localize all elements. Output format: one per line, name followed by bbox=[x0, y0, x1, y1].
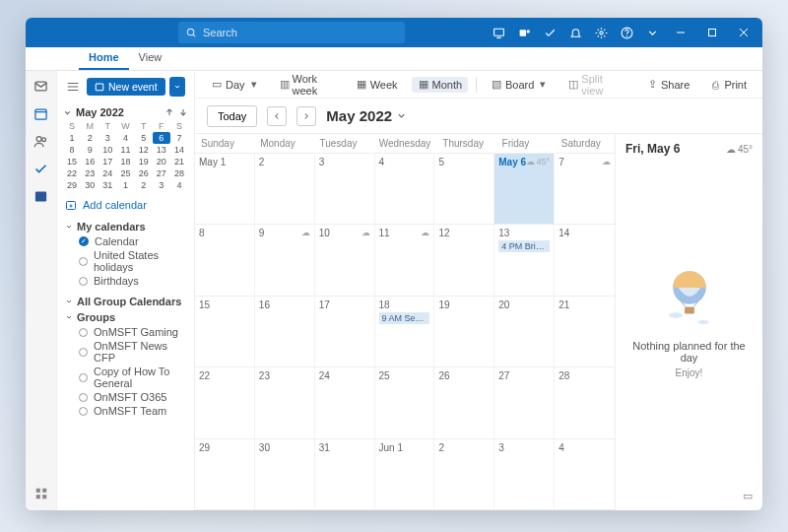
search-input[interactable] bbox=[203, 27, 397, 38]
hamburger-icon[interactable] bbox=[63, 77, 83, 97]
view-week-button[interactable]: ▦Week bbox=[350, 77, 404, 93]
calendar-item[interactable]: United States holidays bbox=[79, 248, 186, 274]
mini-prev-icon[interactable] bbox=[164, 107, 174, 117]
day-cell[interactable]: 9☁ bbox=[255, 225, 315, 295]
mail-icon[interactable] bbox=[33, 77, 50, 95]
search-box[interactable] bbox=[178, 22, 405, 43]
day-cell[interactable]: 11☁ bbox=[375, 225, 435, 295]
day-cell[interactable]: 31 bbox=[315, 439, 375, 509]
day-cell[interactable]: 3 bbox=[494, 439, 555, 509]
day-cell[interactable]: Jun 1 bbox=[375, 439, 435, 509]
day-cell[interactable]: 12 bbox=[434, 225, 494, 295]
day-cell[interactable]: 16 bbox=[255, 297, 315, 366]
tab-home[interactable]: Home bbox=[79, 47, 129, 70]
tasks-icon[interactable] bbox=[33, 160, 50, 177]
day-cell[interactable]: 2 bbox=[434, 439, 494, 509]
day-cell[interactable]: 20 bbox=[494, 297, 555, 366]
group-item[interactable]: OnMSFT News CFP bbox=[79, 339, 186, 365]
bell-icon[interactable] bbox=[563, 21, 587, 44]
group-item[interactable]: Copy of How To General bbox=[79, 365, 186, 390]
present-icon[interactable] bbox=[487, 21, 510, 44]
day-cell[interactable]: 27 bbox=[494, 367, 555, 437]
mini-calendar: SMTWTFS 1234567 891011121314 15161718192… bbox=[57, 120, 194, 191]
split-view-button[interactable]: ◫Split view bbox=[562, 71, 624, 99]
people-icon[interactable] bbox=[33, 132, 50, 150]
ribbon-tabs: Home View bbox=[26, 47, 762, 71]
main-area: ▭Day ▾ ▥Work week ▦Week ▦Month ▧Board ▾ … bbox=[195, 71, 762, 510]
event-chip[interactable]: 9 AM See What's bbox=[379, 312, 430, 324]
day-cell[interactable]: 17 bbox=[315, 297, 375, 366]
day-cell[interactable]: 14 bbox=[555, 225, 615, 295]
chevron-down-icon[interactable] bbox=[63, 108, 72, 117]
collapse-panel-icon[interactable]: ▭ bbox=[625, 490, 753, 502]
event-chip[interactable]: 4 PM Briefing wit bbox=[498, 240, 550, 252]
day-cell[interactable]: 8 bbox=[195, 225, 255, 295]
section-group-calendars[interactable]: All Group Calendars bbox=[65, 296, 186, 307]
minimize-button[interactable] bbox=[666, 18, 695, 47]
view-day-button[interactable]: ▭Day ▾ bbox=[205, 77, 266, 93]
day-cell[interactable]: 189 AM See What's bbox=[375, 297, 435, 366]
new-event-button[interactable]: New event bbox=[87, 78, 165, 96]
calendar-icon[interactable] bbox=[33, 104, 50, 122]
day-cell[interactable]: 5 bbox=[434, 154, 494, 224]
day-cell[interactable]: 22 bbox=[195, 367, 255, 437]
calendar-item[interactable]: ✓Calendar bbox=[79, 234, 186, 248]
share-button[interactable]: ⇪Share bbox=[640, 77, 695, 93]
ribbon-toggle-icon[interactable] bbox=[640, 21, 664, 44]
balloon-illustration bbox=[662, 267, 717, 336]
day-cell[interactable]: 29 bbox=[195, 439, 255, 509]
settings-icon[interactable] bbox=[589, 21, 613, 44]
day-cell[interactable]: 23 bbox=[255, 367, 315, 437]
day-cell[interactable]: 4 bbox=[375, 154, 435, 224]
month-title[interactable]: May 2022 bbox=[326, 107, 407, 124]
day-cell[interactable]: 4 bbox=[555, 439, 615, 509]
view-month-button[interactable]: ▦Month bbox=[412, 77, 469, 93]
today-button[interactable]: Today bbox=[207, 105, 257, 127]
view-workweek-button[interactable]: ▥Work week bbox=[274, 71, 342, 99]
group-item[interactable]: OnMSFT O365 bbox=[79, 390, 186, 404]
add-calendar-label: Add calendar bbox=[83, 199, 147, 211]
svg-rect-19 bbox=[35, 489, 39, 493]
chevron-down-icon: ▾ bbox=[248, 79, 260, 91]
day-cell[interactable]: 24 bbox=[315, 367, 375, 437]
more-apps-icon[interactable] bbox=[33, 485, 50, 502]
day-cell[interactable]: 3 bbox=[315, 154, 375, 224]
day-cell[interactable]: 26 bbox=[434, 367, 494, 437]
day-cell-today[interactable]: May 6☁45° bbox=[494, 154, 555, 224]
new-event-chevron[interactable] bbox=[169, 77, 185, 97]
board-icon: ▧ bbox=[491, 79, 502, 91]
section-groups[interactable]: Groups bbox=[65, 311, 186, 323]
help-icon[interactable] bbox=[615, 21, 638, 44]
maximize-button[interactable] bbox=[697, 18, 727, 47]
day-cell[interactable]: May 1 bbox=[195, 154, 255, 224]
close-button[interactable] bbox=[729, 18, 758, 47]
mini-next-icon[interactable] bbox=[178, 107, 188, 117]
svg-point-0 bbox=[187, 29, 193, 34]
section-my-calendars[interactable]: My calendars bbox=[65, 221, 186, 233]
view-board-button[interactable]: ▧Board ▾ bbox=[485, 77, 555, 93]
word-icon[interactable] bbox=[33, 187, 50, 205]
day-cell[interactable]: 21 bbox=[555, 297, 615, 366]
app-window: Home View New event May 2022 bbox=[26, 18, 762, 510]
day-cell[interactable]: 28 bbox=[555, 367, 615, 437]
tab-view[interactable]: View bbox=[129, 47, 172, 70]
day-cell[interactable]: 2 bbox=[255, 154, 315, 224]
prev-month-button[interactable] bbox=[267, 106, 287, 126]
day-cell[interactable]: 30 bbox=[255, 439, 315, 509]
calendar-grid: SundayMondayTuesdayWednesdayThursdayFrid… bbox=[195, 134, 615, 510]
day-cell[interactable]: 134 PM Briefing wit bbox=[494, 225, 555, 295]
calendar-header: Today May 2022 bbox=[195, 99, 762, 134]
teams-icon[interactable] bbox=[512, 21, 536, 44]
day-cell[interactable]: 15 bbox=[195, 297, 255, 366]
next-month-button[interactable] bbox=[296, 106, 316, 126]
day-cell[interactable]: 7☁ bbox=[555, 154, 615, 224]
print-button[interactable]: ⎙Print bbox=[703, 77, 753, 93]
day-cell[interactable]: 25 bbox=[375, 367, 435, 437]
calendar-item[interactable]: Birthdays bbox=[79, 274, 186, 288]
day-cell[interactable]: 10☁ bbox=[315, 225, 375, 295]
todo-icon[interactable] bbox=[538, 21, 561, 44]
add-calendar-button[interactable]: Add calendar bbox=[57, 191, 194, 219]
day-cell[interactable]: 19 bbox=[434, 297, 494, 366]
group-item[interactable]: OnMSFT Team bbox=[79, 404, 186, 418]
group-item[interactable]: OnMSFT Gaming bbox=[79, 325, 186, 339]
